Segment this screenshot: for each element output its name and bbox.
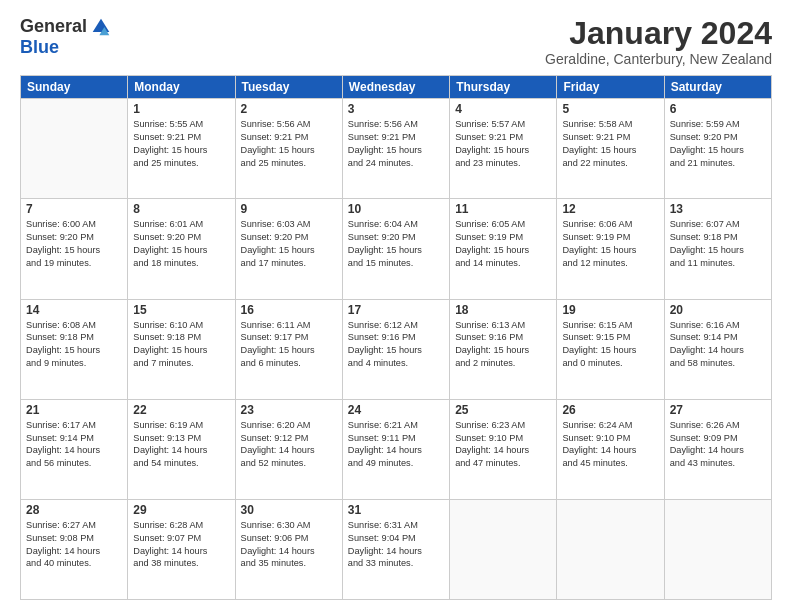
day-info: Sunrise: 6:24 AM Sunset: 9:10 PM Dayligh… [562, 419, 658, 471]
day-info: Sunrise: 6:03 AM Sunset: 9:20 PM Dayligh… [241, 218, 337, 270]
day-info: Sunrise: 5:57 AM Sunset: 9:21 PM Dayligh… [455, 118, 551, 170]
calendar-day-cell: 15Sunrise: 6:10 AM Sunset: 9:18 PM Dayli… [128, 299, 235, 399]
day-number: 18 [455, 303, 551, 317]
day-number: 29 [133, 503, 229, 517]
day-number: 15 [133, 303, 229, 317]
day-info: Sunrise: 6:28 AM Sunset: 9:07 PM Dayligh… [133, 519, 229, 571]
month-title: January 2024 [545, 16, 772, 51]
day-info: Sunrise: 6:10 AM Sunset: 9:18 PM Dayligh… [133, 319, 229, 371]
calendar-day-cell: 18Sunrise: 6:13 AM Sunset: 9:16 PM Dayli… [450, 299, 557, 399]
day-info: Sunrise: 5:59 AM Sunset: 9:20 PM Dayligh… [670, 118, 766, 170]
calendar-day-cell: 6Sunrise: 5:59 AM Sunset: 9:20 PM Daylig… [664, 99, 771, 199]
calendar-day-cell: 7Sunrise: 6:00 AM Sunset: 9:20 PM Daylig… [21, 199, 128, 299]
day-number: 24 [348, 403, 444, 417]
day-info: Sunrise: 6:15 AM Sunset: 9:15 PM Dayligh… [562, 319, 658, 371]
day-number: 6 [670, 102, 766, 116]
day-number: 26 [562, 403, 658, 417]
logo-blue-text: Blue [20, 37, 59, 58]
calendar-week-row: 1Sunrise: 5:55 AM Sunset: 9:21 PM Daylig… [21, 99, 772, 199]
day-number: 3 [348, 102, 444, 116]
calendar-day-cell: 29Sunrise: 6:28 AM Sunset: 9:07 PM Dayli… [128, 499, 235, 599]
day-number: 22 [133, 403, 229, 417]
day-info: Sunrise: 6:01 AM Sunset: 9:20 PM Dayligh… [133, 218, 229, 270]
svg-marker-0 [93, 18, 110, 31]
day-info: Sunrise: 6:06 AM Sunset: 9:19 PM Dayligh… [562, 218, 658, 270]
calendar-day-cell: 13Sunrise: 6:07 AM Sunset: 9:18 PM Dayli… [664, 199, 771, 299]
day-number: 27 [670, 403, 766, 417]
calendar-day-cell: 19Sunrise: 6:15 AM Sunset: 9:15 PM Dayli… [557, 299, 664, 399]
day-number: 25 [455, 403, 551, 417]
day-info: Sunrise: 6:05 AM Sunset: 9:19 PM Dayligh… [455, 218, 551, 270]
calendar-day-cell: 17Sunrise: 6:12 AM Sunset: 9:16 PM Dayli… [342, 299, 449, 399]
calendar-week-row: 28Sunrise: 6:27 AM Sunset: 9:08 PM Dayli… [21, 499, 772, 599]
calendar-day-cell: 25Sunrise: 6:23 AM Sunset: 9:10 PM Dayli… [450, 399, 557, 499]
calendar-table: Sunday Monday Tuesday Wednesday Thursday… [20, 75, 772, 600]
day-number: 9 [241, 202, 337, 216]
day-number: 12 [562, 202, 658, 216]
header-sunday: Sunday [21, 76, 128, 99]
day-number: 31 [348, 503, 444, 517]
day-number: 20 [670, 303, 766, 317]
day-number: 30 [241, 503, 337, 517]
weekday-header-row: Sunday Monday Tuesday Wednesday Thursday… [21, 76, 772, 99]
header-friday: Friday [557, 76, 664, 99]
calendar-day-cell: 20Sunrise: 6:16 AM Sunset: 9:14 PM Dayli… [664, 299, 771, 399]
day-info: Sunrise: 6:26 AM Sunset: 9:09 PM Dayligh… [670, 419, 766, 471]
header: General Blue January 2024 Geraldine, Can… [20, 16, 772, 67]
header-thursday: Thursday [450, 76, 557, 99]
calendar-day-cell: 21Sunrise: 6:17 AM Sunset: 9:14 PM Dayli… [21, 399, 128, 499]
location: Geraldine, Canterbury, New Zealand [545, 51, 772, 67]
day-info: Sunrise: 6:30 AM Sunset: 9:06 PM Dayligh… [241, 519, 337, 571]
day-info: Sunrise: 6:20 AM Sunset: 9:12 PM Dayligh… [241, 419, 337, 471]
calendar-week-row: 21Sunrise: 6:17 AM Sunset: 9:14 PM Dayli… [21, 399, 772, 499]
day-info: Sunrise: 5:58 AM Sunset: 9:21 PM Dayligh… [562, 118, 658, 170]
day-number: 5 [562, 102, 658, 116]
calendar-day-cell: 26Sunrise: 6:24 AM Sunset: 9:10 PM Dayli… [557, 399, 664, 499]
calendar-day-cell [21, 99, 128, 199]
day-info: Sunrise: 6:23 AM Sunset: 9:10 PM Dayligh… [455, 419, 551, 471]
day-info: Sunrise: 5:56 AM Sunset: 9:21 PM Dayligh… [348, 118, 444, 170]
day-info: Sunrise: 6:08 AM Sunset: 9:18 PM Dayligh… [26, 319, 122, 371]
header-monday: Monday [128, 76, 235, 99]
day-number: 21 [26, 403, 122, 417]
logo: General Blue [20, 16, 111, 58]
calendar-day-cell: 16Sunrise: 6:11 AM Sunset: 9:17 PM Dayli… [235, 299, 342, 399]
calendar-day-cell: 12Sunrise: 6:06 AM Sunset: 9:19 PM Dayli… [557, 199, 664, 299]
calendar-day-cell [450, 499, 557, 599]
day-number: 11 [455, 202, 551, 216]
day-number: 7 [26, 202, 122, 216]
logo-icon [91, 17, 111, 37]
calendar-day-cell: 24Sunrise: 6:21 AM Sunset: 9:11 PM Dayli… [342, 399, 449, 499]
calendar-day-cell: 30Sunrise: 6:30 AM Sunset: 9:06 PM Dayli… [235, 499, 342, 599]
calendar-day-cell: 8Sunrise: 6:01 AM Sunset: 9:20 PM Daylig… [128, 199, 235, 299]
calendar-day-cell: 10Sunrise: 6:04 AM Sunset: 9:20 PM Dayli… [342, 199, 449, 299]
calendar-day-cell: 1Sunrise: 5:55 AM Sunset: 9:21 PM Daylig… [128, 99, 235, 199]
day-number: 4 [455, 102, 551, 116]
day-info: Sunrise: 6:04 AM Sunset: 9:20 PM Dayligh… [348, 218, 444, 270]
calendar-day-cell: 2Sunrise: 5:56 AM Sunset: 9:21 PM Daylig… [235, 99, 342, 199]
day-number: 17 [348, 303, 444, 317]
header-tuesday: Tuesday [235, 76, 342, 99]
day-info: Sunrise: 6:11 AM Sunset: 9:17 PM Dayligh… [241, 319, 337, 371]
day-number: 19 [562, 303, 658, 317]
logo-general-text: General [20, 16, 87, 37]
title-section: January 2024 Geraldine, Canterbury, New … [545, 16, 772, 67]
calendar-day-cell: 5Sunrise: 5:58 AM Sunset: 9:21 PM Daylig… [557, 99, 664, 199]
calendar-day-cell: 27Sunrise: 6:26 AM Sunset: 9:09 PM Dayli… [664, 399, 771, 499]
day-info: Sunrise: 6:13 AM Sunset: 9:16 PM Dayligh… [455, 319, 551, 371]
day-info: Sunrise: 5:56 AM Sunset: 9:21 PM Dayligh… [241, 118, 337, 170]
day-info: Sunrise: 6:12 AM Sunset: 9:16 PM Dayligh… [348, 319, 444, 371]
day-number: 13 [670, 202, 766, 216]
calendar-day-cell: 28Sunrise: 6:27 AM Sunset: 9:08 PM Dayli… [21, 499, 128, 599]
day-number: 14 [26, 303, 122, 317]
header-saturday: Saturday [664, 76, 771, 99]
day-info: Sunrise: 5:55 AM Sunset: 9:21 PM Dayligh… [133, 118, 229, 170]
page: General Blue January 2024 Geraldine, Can… [0, 0, 792, 612]
header-wednesday: Wednesday [342, 76, 449, 99]
day-number: 1 [133, 102, 229, 116]
day-info: Sunrise: 6:00 AM Sunset: 9:20 PM Dayligh… [26, 218, 122, 270]
day-number: 16 [241, 303, 337, 317]
calendar-day-cell: 22Sunrise: 6:19 AM Sunset: 9:13 PM Dayli… [128, 399, 235, 499]
day-info: Sunrise: 6:19 AM Sunset: 9:13 PM Dayligh… [133, 419, 229, 471]
day-info: Sunrise: 6:16 AM Sunset: 9:14 PM Dayligh… [670, 319, 766, 371]
